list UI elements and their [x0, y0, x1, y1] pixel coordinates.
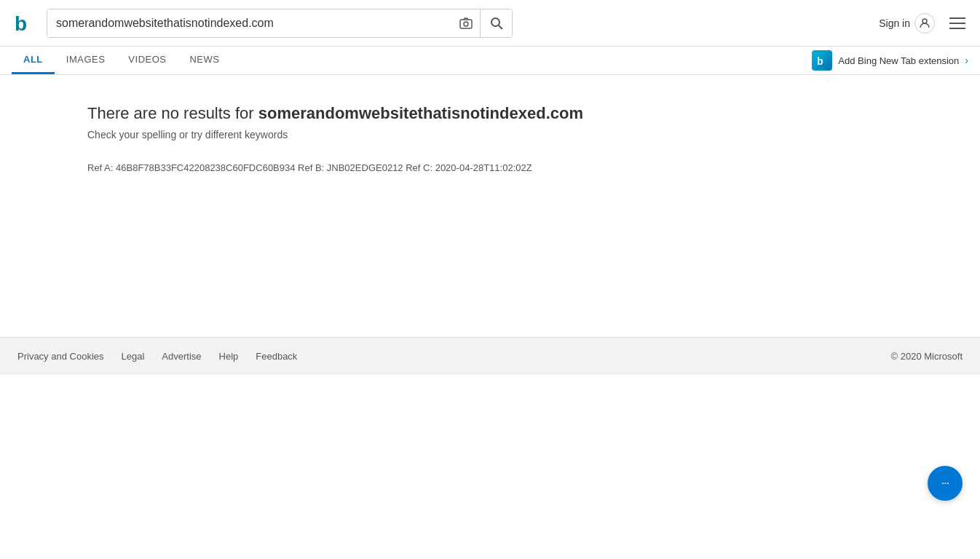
tab-all[interactable]: ALL [12, 47, 55, 74]
extension-promo-arrow: › [965, 55, 968, 66]
footer-link-advertise[interactable]: Advertise [162, 351, 201, 362]
nav-tabs-left: ALL IMAGES VIDEOS NEWS [12, 47, 231, 74]
svg-text:b: b [15, 12, 27, 35]
no-results-prefix: There are no results for [87, 104, 258, 122]
search-bar [47, 9, 513, 38]
header-right: Sign in [879, 13, 968, 33]
search-button[interactable] [480, 9, 512, 37]
extension-promo-text: Add Bing New Tab extension [838, 55, 959, 66]
nav-tabs: ALL IMAGES VIDEOS NEWS b Add Bing New Ta… [0, 47, 980, 75]
tab-videos[interactable]: VIDEOS [116, 47, 178, 74]
header: b Sign in [0, 0, 980, 47]
sign-in-button[interactable]: Sign in [879, 13, 935, 33]
svg-line-5 [499, 25, 502, 29]
footer-link-privacy[interactable]: Privacy and Cookies [17, 351, 104, 362]
no-results-message: There are no results for somerandomwebsi… [87, 104, 968, 123]
visual-search-button[interactable] [452, 9, 480, 37]
menu-line-2 [949, 23, 965, 24]
menu-button[interactable] [947, 15, 968, 32]
main-content: There are no results for somerandomwebsi… [0, 75, 980, 337]
camera-icon [459, 16, 473, 31]
footer-link-help[interactable]: Help [219, 351, 239, 362]
tab-news[interactable]: NEWS [178, 47, 231, 74]
footer-copyright: © 2020 Microsoft [891, 351, 963, 362]
svg-point-6 [922, 19, 927, 23]
ref-text: Ref A: 46B8F78B33FC42208238C60FDC60B934 … [87, 162, 968, 173]
user-icon [914, 13, 935, 33]
svg-point-3 [464, 22, 468, 26]
footer-links: Privacy and Cookies Legal Advertise Help… [17, 351, 297, 362]
no-results-query: somerandomwebsitethatisnotindexed.com [258, 104, 583, 122]
footer-link-feedback[interactable]: Feedback [256, 351, 297, 362]
search-icon [490, 17, 503, 30]
search-input[interactable] [47, 9, 452, 37]
svg-text:b: b [817, 55, 823, 67]
menu-line-1 [949, 17, 965, 19]
suggestion-text: Check your spelling or try different key… [87, 129, 968, 140]
search-bar-wrapper [47, 9, 513, 38]
footer-link-legal[interactable]: Legal [122, 351, 145, 362]
menu-line-3 [949, 28, 965, 29]
sign-in-label: Sign in [879, 17, 910, 29]
extension-promo[interactable]: b Add Bing New Tab extension › [812, 50, 968, 71]
tab-images[interactable]: IMAGES [55, 47, 117, 74]
svg-rect-2 [460, 20, 472, 28]
bing-logo[interactable]: b [12, 10, 38, 36]
footer: Privacy and Cookies Legal Advertise Help… [0, 337, 980, 375]
svg-point-4 [491, 18, 499, 26]
bing-extension-icon: b [812, 50, 832, 71]
